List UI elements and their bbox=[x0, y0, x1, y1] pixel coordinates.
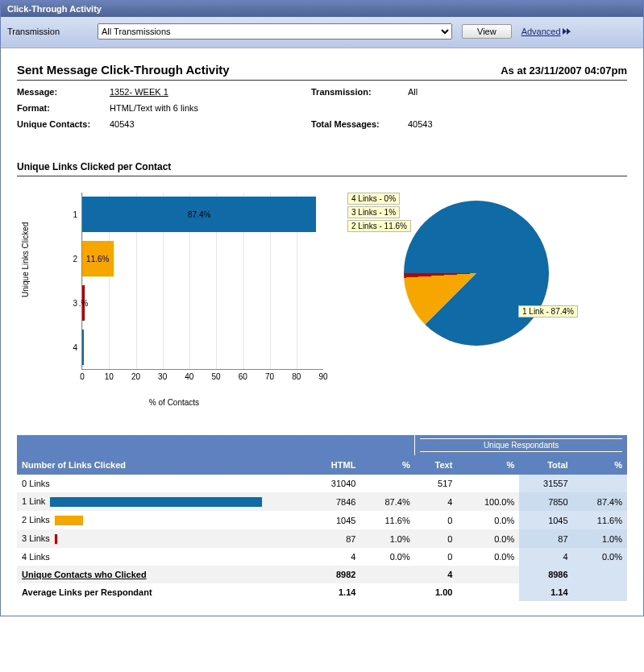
bar-ytick: 2 bbox=[66, 255, 82, 263]
row-label: 3 Links bbox=[22, 533, 50, 543]
pie-callout-3links: 3 Links - 1% bbox=[347, 206, 400, 218]
cell-total: 87 bbox=[519, 529, 572, 548]
cell-text: 517 bbox=[415, 475, 458, 492]
title-bar: Click-Through Activity bbox=[1, 1, 643, 17]
bar-chart: Unique Links Clicked 87.4%111.6%2.%34010… bbox=[17, 185, 331, 410]
cell-html: 1045 bbox=[307, 511, 360, 529]
bar-xtick: 0 bbox=[80, 369, 85, 381]
cell-html_pct: 0.0% bbox=[360, 548, 414, 566]
cell-html: 4 bbox=[307, 548, 360, 566]
bar-xtick: 60 bbox=[239, 369, 247, 381]
bar-value-label: 11.6% bbox=[86, 255, 109, 263]
pie-chart-graphic bbox=[404, 201, 549, 346]
cell-html_pct: 1.0% bbox=[360, 529, 414, 548]
cell-text_pct: 0.0% bbox=[457, 511, 519, 529]
bar-xtick: 80 bbox=[292, 369, 301, 381]
cell-text: 0 bbox=[415, 548, 458, 566]
summary-html: 8982 bbox=[307, 566, 360, 583]
meta-format-label: Format: bbox=[17, 103, 110, 113]
meta-unique-contacts-value: 40543 bbox=[110, 119, 311, 129]
cell-text_pct: 0.0% bbox=[457, 548, 519, 566]
average-label: Average Links per Respondant bbox=[17, 583, 307, 601]
row-label: 2 Links bbox=[22, 515, 50, 525]
row-label-cell: 1 Link bbox=[17, 492, 307, 511]
cell-text_pct: 100.0% bbox=[457, 492, 519, 511]
row-label: 1 Link bbox=[22, 496, 45, 506]
app-window: Click-Through Activity Transmission All … bbox=[0, 0, 644, 616]
bar-row bbox=[82, 330, 323, 365]
summary-text: 4 bbox=[415, 566, 458, 583]
bar-row: .% bbox=[82, 285, 323, 321]
table-row: 1 Link784687.4%4100.0%785087.4% bbox=[17, 492, 627, 511]
cell-html_pct bbox=[360, 475, 414, 492]
cell-html_pct: 11.6% bbox=[360, 511, 414, 529]
cell-total_pct bbox=[573, 475, 627, 492]
average-row: Average Links per Respondant1.141.001.14 bbox=[17, 583, 627, 601]
cell-html: 31040 bbox=[307, 475, 360, 492]
pie-callout-2links: 2 Links - 11.6% bbox=[347, 220, 411, 232]
pie-callout-1link: 1 Link - 87.4% bbox=[518, 305, 578, 317]
meta-unique-contacts-label: Unique Contacts: bbox=[17, 119, 110, 129]
summary-row: Unique Contacts who Clicked898248986 bbox=[17, 566, 627, 583]
advanced-link-label: Advanced bbox=[521, 27, 561, 36]
bar-ytick: 1 bbox=[66, 210, 82, 219]
bar-ytick: 4 bbox=[66, 342, 82, 351]
bar-ytick: 3 bbox=[66, 298, 82, 307]
row-label: 0 Links bbox=[22, 479, 50, 488]
meta-message-label: Message: bbox=[17, 87, 110, 97]
bar-xtick: 50 bbox=[212, 369, 221, 381]
average-html: 1.14 bbox=[307, 583, 360, 601]
meta-total-messages-label: Total Messages: bbox=[311, 119, 408, 129]
transmission-select[interactable]: All Transmissions bbox=[98, 23, 452, 39]
report-title: Sent Message Click-Through Activity bbox=[17, 63, 230, 77]
bar-row: 11.6% bbox=[82, 241, 323, 276]
row-inline-bar bbox=[55, 516, 83, 525]
bar-xtick: 40 bbox=[185, 369, 193, 381]
meta-transmission-label: Transmission: bbox=[311, 87, 408, 97]
cell-html: 87 bbox=[307, 529, 360, 548]
row-inline-bar bbox=[55, 534, 57, 544]
report-content: Sent Message Click-Through Activity As a… bbox=[1, 48, 643, 616]
row-label-cell: 3 Links bbox=[17, 529, 307, 548]
cell-total: 7850 bbox=[519, 492, 572, 511]
bar: 87.4% bbox=[82, 197, 316, 232]
report-header: Sent Message Click-Through Activity As a… bbox=[17, 63, 627, 81]
cell-total_pct: 11.6% bbox=[573, 511, 627, 529]
col-total: Total bbox=[519, 455, 572, 475]
cell-total_pct: 1.0% bbox=[573, 529, 627, 548]
bar-xtick: 10 bbox=[105, 369, 114, 381]
table-row: 3 Links871.0%00.0%871.0% bbox=[17, 529, 627, 548]
average-total: 1.14 bbox=[519, 583, 572, 601]
view-button[interactable]: View bbox=[462, 24, 512, 39]
col-total-pct: % bbox=[573, 455, 627, 475]
bar: 11.6% bbox=[82, 241, 114, 276]
average-text: 1.00 bbox=[415, 583, 458, 601]
cell-total: 1045 bbox=[519, 511, 572, 529]
cell-text: 0 bbox=[415, 529, 458, 548]
bar-xtick: 90 bbox=[318, 369, 327, 381]
cell-text: 4 bbox=[415, 492, 458, 511]
col-text-pct: % bbox=[457, 455, 519, 475]
summary-total: 8986 bbox=[519, 566, 572, 583]
bar-chart-xlabel: % of Contacts bbox=[17, 398, 331, 407]
bar-xtick: 70 bbox=[265, 369, 274, 381]
chevron-right-icon bbox=[563, 27, 571, 36]
col-links: Number of Links Clicked bbox=[17, 455, 307, 475]
summary-label: Unique Contacts who Clicked bbox=[22, 570, 147, 579]
col-text: Text bbox=[415, 455, 458, 475]
col-html: HTML bbox=[307, 455, 360, 475]
bar: .% bbox=[82, 285, 85, 321]
row-label-cell: 4 Links bbox=[17, 548, 307, 566]
pie-chart: 4 Links - 0% 3 Links - 1% 2 Links - 11.6… bbox=[347, 185, 589, 362]
bar-xtick: 20 bbox=[131, 369, 140, 381]
report-asat: As at 23/11/2007 04:07pm bbox=[501, 64, 627, 77]
table-group-header: Unique Respondants bbox=[484, 441, 559, 450]
bar-xtick: 30 bbox=[158, 369, 167, 381]
pie-callout-4links: 4 Links - 0% bbox=[347, 193, 400, 205]
charts-row: Unique Links Clicked 87.4%111.6%2.%34010… bbox=[17, 185, 627, 410]
report-meta: Message: 1352- WEEK 1 Transmission: All … bbox=[17, 87, 627, 129]
advanced-link[interactable]: Advanced bbox=[521, 27, 571, 36]
meta-message-value[interactable]: 1352- WEEK 1 bbox=[110, 87, 311, 97]
cell-html_pct: 87.4% bbox=[360, 492, 414, 511]
table-body: 0 Links31040517315571 Link784687.4%4100.… bbox=[17, 475, 627, 601]
